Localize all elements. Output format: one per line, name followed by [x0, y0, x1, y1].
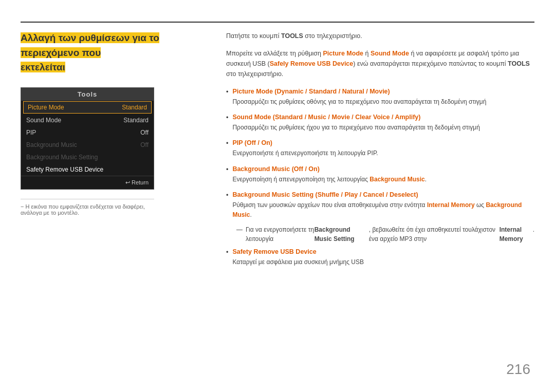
tools-label-picture-mode: Picture Mode	[28, 104, 64, 111]
tools-menu: Tools Picture Mode Standard Sound Mode S…	[21, 87, 154, 190]
intro-text-1: Πατήστε το κουμπί TOOLS στο τηλεχειριστή…	[226, 31, 534, 41]
tools-label-bg-music-setting: Background Music Setting	[26, 154, 98, 161]
tools-value-picture-mode: Standard	[122, 104, 147, 111]
tools-label-safety-remove: Safety Remove USB Device	[26, 166, 103, 173]
tools-label-sound-mode: Sound Mode	[26, 117, 61, 124]
tools-value-bg-music: Off	[140, 141, 149, 148]
bullet-background-music: Background Music (Off / On) Ενεργοποίηση…	[226, 164, 534, 184]
tools-row-bg-music-setting[interactable]: Background Music Setting	[21, 151, 154, 163]
tools-value-sound-mode: Standard	[123, 117, 149, 124]
bullet-sound-mode: Sound Mode (Standard / Music / Movie / C…	[226, 112, 534, 133]
bullet-picture-mode: Picture Mode (Dynamic / Standard / Natur…	[226, 86, 534, 107]
bullet-list: Picture Mode (Dynamic / Standard / Natur…	[226, 86, 534, 220]
right-panel: Πατήστε το κουμπί TOOLS στο τηλεχειριστή…	[226, 31, 534, 272]
tools-footer: ↩ Return	[21, 176, 154, 189]
bullet-safety-remove: Safety Remove USB Device Καταργεί με ασφ…	[226, 247, 534, 267]
bullet-background-music-setting: Background Music Setting (Shuffle / Play…	[226, 190, 534, 220]
bullet-list-safety: Safety Remove USB Device Καταργεί με ασφ…	[226, 247, 534, 267]
intro-text-2: Μπορείτε να αλλάξετε τη ρύθμιση Picture …	[226, 48, 534, 79]
tools-row-bg-music[interactable]: Background Music Off	[21, 139, 154, 151]
sub-note-bg-music: Για να ενεργοποιήσετε τη λειτουργία Back…	[236, 225, 534, 244]
tools-row-picture-mode[interactable]: Picture Mode Standard	[23, 101, 152, 114]
left-panel: Αλλαγή των ρυθμίσεων για το περιεχόμενο …	[21, 31, 216, 216]
tools-header: Tools	[21, 88, 154, 101]
page-number: 216	[506, 361, 530, 378]
tools-label-bg-music: Background Music	[26, 141, 77, 148]
footnote: − Η εικόνα που εμφανίζεται ενδέχεται να …	[21, 199, 154, 216]
bullet-pip: PIP (Off / On) Ενεργοποιήστε ή απενεργοπ…	[226, 138, 534, 158]
tools-row-sound-mode[interactable]: Sound Mode Standard	[21, 114, 154, 126]
tools-row-safety-remove[interactable]: Safety Remove USB Device	[21, 163, 154, 176]
tools-label-pip: PIP	[26, 129, 36, 136]
top-divider	[21, 22, 534, 23]
section-title: Αλλαγή των ρυθμίσεων για το περιεχόμενο …	[21, 31, 216, 75]
tools-value-pip: Off	[140, 129, 149, 136]
tools-row-pip[interactable]: PIP Off	[21, 126, 154, 139]
